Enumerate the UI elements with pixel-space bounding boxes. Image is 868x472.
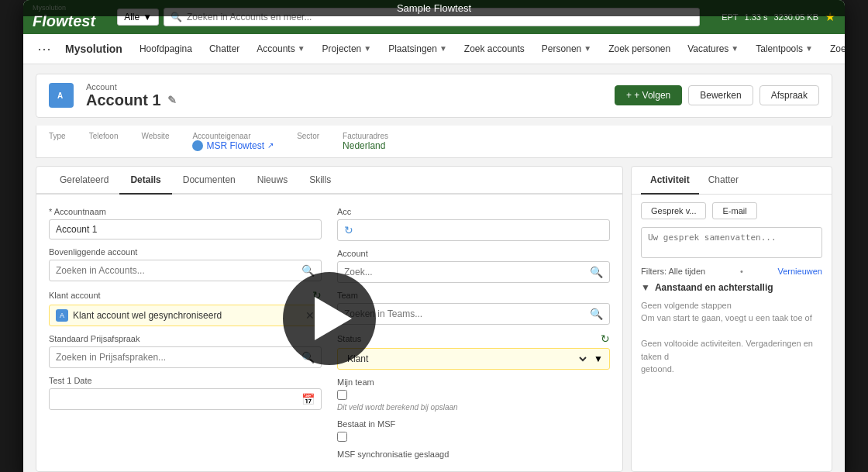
price-label: Standaard Prijsafspraak bbox=[49, 334, 322, 343]
sidebar-item-plaatsingen[interactable]: Plaatsingen ▼ bbox=[381, 37, 455, 60]
empty-message-4: getoond. bbox=[641, 363, 822, 376]
date-field[interactable] bbox=[56, 394, 297, 405]
team-field[interactable] bbox=[344, 308, 585, 319]
sidebar-item-zoek-accounts[interactable]: Zoek accounts bbox=[456, 37, 532, 60]
chevron-down-icon: ▼ bbox=[439, 44, 447, 53]
search-icon: 🔍 bbox=[590, 266, 603, 278]
main-layout: Gerelateerd Details Documenten Nieuws Sk… bbox=[36, 166, 832, 472]
right-panel: Activiteit Chatter Gesprek v... E-mail F… bbox=[631, 166, 832, 472]
play-button[interactable] bbox=[283, 272, 376, 365]
account-actions: + Volgen Bewerken Afspraak bbox=[615, 85, 819, 105]
activity-section: Gesprek v... E-mail Filters: Alle tijden… bbox=[632, 195, 832, 384]
account-name-label: * Accountnaam bbox=[49, 207, 322, 216]
tab-chatter[interactable]: Chatter bbox=[699, 167, 748, 195]
chevron-down-icon: ▼ bbox=[731, 44, 739, 53]
account-header: A Account Account 1 ✎ + Volgen Bewerken … bbox=[36, 74, 832, 118]
status-input[interactable]: Klant ▼ bbox=[337, 348, 610, 370]
sidebar-item-hoofdpagina[interactable]: Hoofdpagina bbox=[132, 37, 200, 60]
account-info: A Account Account 1 ✎ bbox=[49, 82, 177, 109]
account-name-input[interactable]: Account 1 bbox=[49, 219, 322, 239]
video-title-bar: Sample Flowtest bbox=[23, 0, 845, 16]
sidebar-item-vacatures[interactable]: Vacatures ▼ bbox=[680, 37, 746, 60]
tab-skills[interactable]: Skills bbox=[298, 167, 342, 195]
team-label: Team bbox=[337, 291, 610, 300]
tab-details[interactable]: Details bbox=[119, 167, 171, 195]
price-field[interactable] bbox=[56, 352, 297, 363]
activity-buttons: Gesprek v... E-mail bbox=[641, 202, 822, 219]
klant-account-input: A Klant account wel gesynchroniseerd ✕ bbox=[49, 305, 322, 326]
date-input[interactable]: 📅 bbox=[49, 388, 322, 410]
parent-account-input[interactable]: 🔍 bbox=[49, 260, 322, 281]
sidebar-item-zoek-vacatures[interactable]: Zoek vacatures bbox=[822, 37, 845, 60]
chevron-down-icon: ▼ bbox=[641, 282, 650, 293]
tab-activiteit[interactable]: Activiteit bbox=[641, 167, 699, 195]
breadcrumb: Account bbox=[86, 82, 177, 91]
activity-empty: Geen volgende stappen Om van start te ga… bbox=[641, 299, 822, 376]
tab-gerelateerd[interactable]: Gerelateerd bbox=[49, 167, 119, 195]
gesprek-button[interactable]: Gesprek v... bbox=[641, 202, 706, 219]
msf-sync-label: MSF synchronisatie geslaagd bbox=[337, 450, 610, 459]
form-group-date: Test 1 Date 📅 bbox=[49, 376, 322, 410]
filter-label: Filters: Alle tijden bbox=[641, 267, 705, 276]
account-type-label: Account bbox=[337, 249, 610, 258]
content-area: A Account Account 1 ✎ + Volgen Bewerken … bbox=[23, 64, 845, 472]
sidebar-item-accounts[interactable]: Accounts ▼ bbox=[249, 37, 312, 60]
acc-input[interactable]: ↻ bbox=[337, 219, 610, 241]
bestaat-checkbox-row bbox=[337, 432, 610, 442]
appointment-button[interactable]: Afspraak bbox=[760, 85, 819, 105]
refresh-icon[interactable]: ↻ bbox=[601, 332, 610, 345]
team-input[interactable]: 🔍 bbox=[337, 303, 610, 325]
parent-account-field[interactable] bbox=[56, 265, 297, 276]
date-label: Test 1 Date bbox=[49, 376, 322, 385]
chevron-down-icon: ▼ bbox=[363, 44, 371, 53]
search-icon: 🔍 bbox=[590, 308, 603, 320]
form-group-acc: Acc ↻ bbox=[337, 207, 610, 241]
edit-pencil-icon[interactable]: ✎ bbox=[167, 94, 177, 106]
svg-text:A: A bbox=[57, 91, 63, 100]
follow-button[interactable]: + Volgen bbox=[615, 85, 682, 105]
sidebar-item-chatter[interactable]: Chatter bbox=[202, 37, 247, 60]
mijn-team-note: Dit veld wordt berekend bij opslaan bbox=[337, 403, 610, 412]
account-type-input[interactable]: 🔍 bbox=[337, 261, 610, 283]
calendar-icon[interactable]: 📅 bbox=[301, 393, 315, 405]
empty-message-2: Om van start te gaan, voegt u een taak t… bbox=[641, 312, 822, 325]
nav-brand[interactable]: Mysolution bbox=[57, 36, 130, 61]
acc-label: Acc bbox=[337, 207, 610, 216]
klant-account-label: Klant account bbox=[49, 291, 101, 300]
empty-message-1: Geen volgende stappen bbox=[641, 299, 822, 312]
sidebar-item-projecten[interactable]: Projecten ▼ bbox=[315, 37, 380, 60]
sidebar-item-zoek-personen[interactable]: Zoek personen bbox=[601, 37, 678, 60]
filter-row: Filters: Alle tijden • Vernieuwen bbox=[641, 267, 822, 276]
status-select[interactable]: Klant bbox=[344, 353, 589, 365]
form-group-mijn-team: Mijn team Dit veld wordt berekend bij op… bbox=[337, 377, 610, 412]
chevron-down-icon: ▼ bbox=[298, 44, 305, 53]
left-panel: Gerelateerd Details Documenten Nieuws Sk… bbox=[36, 166, 623, 472]
refresh-link[interactable]: Vernieuwen bbox=[777, 267, 822, 276]
form-group-account-name: * Accountnaam Account 1 bbox=[49, 207, 322, 239]
activity-textarea[interactable] bbox=[641, 227, 822, 258]
tab-nieuws[interactable]: Nieuws bbox=[246, 167, 298, 195]
right-tabs: Activiteit Chatter bbox=[632, 167, 832, 195]
empty-message-3: Geen voltooide activiteiten. Vergadering… bbox=[641, 337, 822, 363]
grid-icon[interactable]: ⋯ bbox=[33, 34, 56, 64]
mijn-team-label: Mijn team bbox=[337, 377, 610, 387]
mijn-team-checkbox[interactable] bbox=[337, 390, 347, 400]
form-group-msf-sync: MSF synchronisatie geslaagd bbox=[337, 450, 610, 459]
bestaat-checkbox[interactable] bbox=[337, 432, 347, 442]
tab-documenten[interactable]: Documenten bbox=[172, 167, 246, 195]
mijn-team-checkbox-row bbox=[337, 390, 610, 400]
edit-button[interactable]: Bewerken bbox=[688, 85, 753, 105]
email-button[interactable]: E-mail bbox=[712, 202, 756, 219]
external-link-icon: ↗ bbox=[267, 141, 274, 150]
price-input[interactable]: 🔍 bbox=[49, 346, 322, 368]
chevron-down-icon: ▼ bbox=[594, 353, 603, 364]
form-group-team: Team 🔍 bbox=[337, 291, 610, 325]
form-group-status: Status ↻ Klant ▼ bbox=[337, 332, 610, 370]
section-title: Aanstaand en achterstallig bbox=[655, 282, 773, 293]
zoek-field[interactable] bbox=[344, 267, 585, 277]
form-group-parent: Bovenliggende account 🔍 bbox=[49, 247, 322, 281]
sidebar-item-personen[interactable]: Personen ▼ bbox=[534, 37, 599, 60]
bestaat-label: Bestaat in MSF bbox=[337, 419, 610, 429]
sidebar-item-talentpools[interactable]: Talentpools ▼ bbox=[748, 37, 821, 60]
chevron-down-icon: ▼ bbox=[584, 44, 591, 53]
